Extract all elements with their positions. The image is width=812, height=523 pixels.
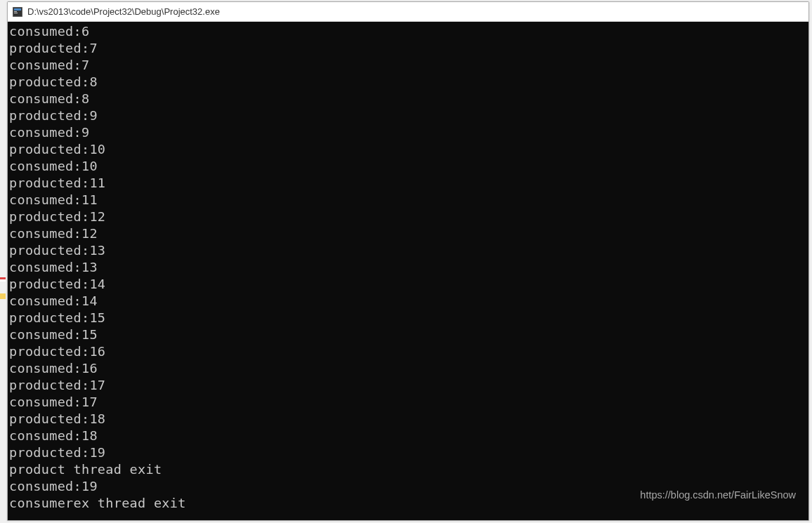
svg-rect-1 [14, 8, 21, 11]
console-line: consumed:13 [9, 259, 808, 276]
title-bar[interactable]: D:\vs2013\code\Project32\Debug\Project32… [8, 2, 808, 22]
console-line: producted:14 [9, 276, 808, 293]
watermark-text: https://blog.csdn.net/FairLikeSnow [640, 489, 796, 501]
console-line: producted:12 [9, 208, 808, 225]
console-line: consumed:15 [9, 326, 808, 343]
window-title: D:\vs2013\code\Project32\Debug\Project32… [27, 6, 220, 17]
console-line: consumed:6 [9, 23, 808, 40]
console-line: producted:17 [9, 377, 808, 394]
console-line: consumed:7 [9, 57, 808, 74]
console-line: producted:8 [9, 74, 808, 91]
console-line: producted:18 [9, 411, 808, 428]
console-line: producted:10 [9, 141, 808, 158]
console-line: producted:11 [9, 175, 808, 192]
console-line: consumed:9 [9, 124, 808, 141]
console-line: producted:9 [9, 107, 808, 124]
console-line: producted:7 [9, 40, 808, 57]
editor-gutter-marker-yellow [0, 293, 6, 299]
console-window: D:\vs2013\code\Project32\Debug\Project32… [7, 1, 809, 521]
console-line: producted:15 [9, 310, 808, 326]
console-line: consumed:18 [9, 428, 808, 444]
console-line: consumed:14 [9, 293, 808, 310]
console-line: consumed:11 [9, 192, 808, 208]
svg-rect-2 [14, 11, 17, 12]
console-line: consumed:16 [9, 360, 808, 377]
console-line: product thread exit [9, 461, 808, 478]
console-app-icon [12, 6, 23, 18]
console-line: consumed:8 [9, 91, 808, 107]
console-line: producted:19 [9, 444, 808, 461]
console-output[interactable]: consumed:6producted:7consumed:7producted… [8, 22, 808, 520]
console-line: producted:16 [9, 343, 808, 360]
svg-rect-3 [14, 13, 18, 13]
console-line: consumed:10 [9, 158, 808, 175]
console-line: consumed:12 [9, 225, 808, 242]
editor-gutter-marker-red [0, 277, 6, 282]
console-line: producted:13 [9, 242, 808, 259]
console-line: consumed:17 [9, 394, 808, 411]
